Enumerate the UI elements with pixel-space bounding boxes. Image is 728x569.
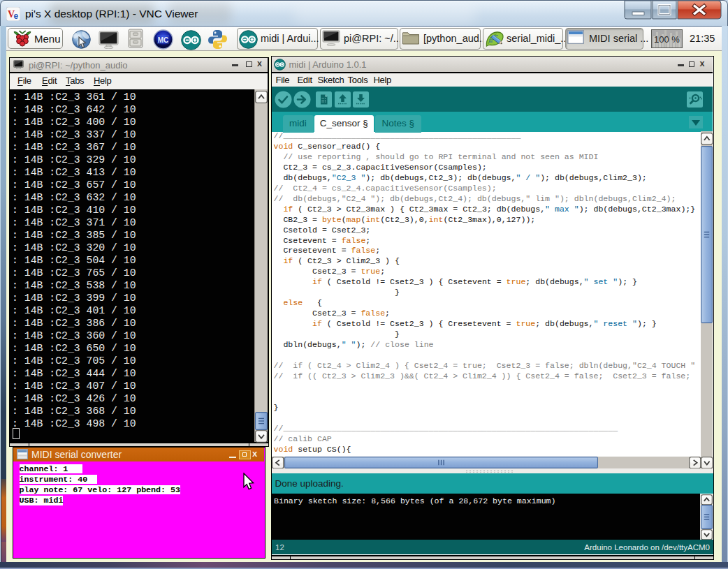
svg-text:e: e	[14, 11, 19, 21]
svg-text:MC: MC	[158, 36, 169, 44]
